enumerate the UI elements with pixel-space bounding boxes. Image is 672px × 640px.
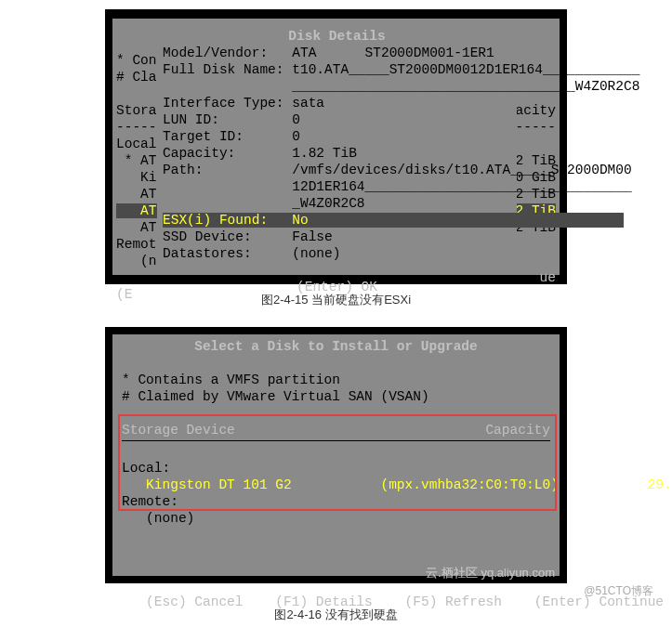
ds-value: (none) bbox=[292, 246, 340, 261]
cap-value: 1.82 TiB bbox=[292, 146, 357, 161]
fig2-note1: * Contains a VMFS partition bbox=[122, 372, 340, 387]
red-highlight-box bbox=[118, 414, 557, 511]
watermark: 云.栖社区 yq.aliyun.com bbox=[423, 565, 558, 581]
fd-v2: ___________________________________W4Z0R… bbox=[292, 79, 639, 94]
path-label: Path: bbox=[163, 163, 204, 177]
fig2-screenshot: Select a Disk to Install or Upgrade * Co… bbox=[105, 327, 567, 583]
ssd-label: SSD Device: bbox=[163, 229, 252, 244]
bg-ue: ue bbox=[540, 270, 556, 285]
esx-row: ESX(i) Found: No bbox=[163, 213, 624, 228]
bg-acity: acity bbox=[515, 103, 556, 118]
bg-ki: Ki bbox=[116, 170, 157, 185]
bg-n: (n bbox=[116, 254, 157, 268]
f5-refresh-button[interactable]: (F5) Refresh bbox=[405, 594, 502, 609]
bg-local: Local bbox=[116, 137, 157, 151]
bg-remot: Remot bbox=[116, 237, 157, 252]
bg-stora: Stora bbox=[116, 103, 157, 118]
path-v1: /vmfs/devices/disks/t10.ATA_____ST2000DM… bbox=[292, 163, 631, 177]
path-v3: _W4Z0R2C8 bbox=[292, 196, 364, 211]
ssd-value: False bbox=[292, 229, 333, 244]
esc-cancel-button[interactable]: (Esc) Cancel bbox=[146, 594, 243, 609]
bg-e: (E bbox=[116, 287, 132, 302]
tgt-label: Target ID: bbox=[163, 129, 244, 144]
lun-label: LUN ID: bbox=[163, 112, 219, 127]
bg-dash: ----- bbox=[116, 120, 157, 135]
remote-none-val: (none) bbox=[146, 511, 194, 526]
fig1-content: Disk DetailsModel/Vendor: ATA ST2000DM00… bbox=[163, 28, 511, 266]
bg-l2: # Cla bbox=[116, 70, 157, 85]
mv-value: ATA ST2000DM001-1ER1 bbox=[292, 46, 494, 60]
cap-label: Capacity: bbox=[163, 146, 235, 161]
disk-details-title: Disk Details bbox=[163, 28, 511, 45]
if-label: Interface Type: bbox=[163, 96, 284, 111]
esx-value: No bbox=[292, 213, 308, 228]
fig2-title: Select a Disk to Install or Upgrade bbox=[122, 338, 550, 355]
remote-none bbox=[122, 511, 146, 526]
enter-ok-button[interactable]: (Enter) OK bbox=[163, 279, 511, 295]
tgt-value: 0 bbox=[292, 129, 300, 144]
fig1-dialog: Disk DetailsModel/Vendor: ATA ST2000DM00… bbox=[157, 24, 517, 269]
enter-continue-button[interactable]: (Enter) Continue bbox=[534, 594, 664, 609]
bg-at4: AT bbox=[116, 220, 157, 235]
bg-right-col: acity ----- 2 TiB 0 GiB 2 TiB 2 TiB 2 Ti… bbox=[515, 102, 556, 286]
ds-label: Datastores: bbox=[163, 246, 252, 261]
esx-label: ESX(i) Found: bbox=[163, 213, 268, 228]
mv-label: Model/Vendor: bbox=[163, 46, 268, 60]
bg-at2: AT bbox=[116, 187, 157, 202]
bg-left-col: * Con # Cla Stora ----- Local * AT Ki AT… bbox=[116, 52, 157, 303]
fig2-buttons: (Esc) Cancel (F1) Details (F5) Refresh (… bbox=[122, 594, 550, 610]
fd-label: Full Disk Name: bbox=[163, 62, 284, 77]
fig2-note2: # Claimed by VMware Virtual SAN (VSAN) bbox=[122, 389, 429, 404]
if-value: sata bbox=[292, 96, 324, 111]
disk-cap: 29.00 GiB bbox=[648, 477, 672, 492]
bg-atstar: * AT bbox=[116, 153, 157, 168]
bg-l1: * Con bbox=[116, 53, 157, 68]
bg-at3: AT bbox=[116, 203, 157, 218]
bg-dash2: ----- bbox=[515, 120, 556, 135]
f1-details-button[interactable]: (F1) Details bbox=[275, 594, 372, 609]
lun-value: 0 bbox=[292, 112, 300, 127]
fd-v1: t10.ATA_____ST2000DM0012D1ER164_________… bbox=[292, 62, 639, 77]
fig1-screenshot: * Con # Cla Stora ----- Local * AT Ki AT… bbox=[105, 9, 567, 284]
path-v2: 12D1ER164_______________________________… bbox=[292, 179, 631, 194]
